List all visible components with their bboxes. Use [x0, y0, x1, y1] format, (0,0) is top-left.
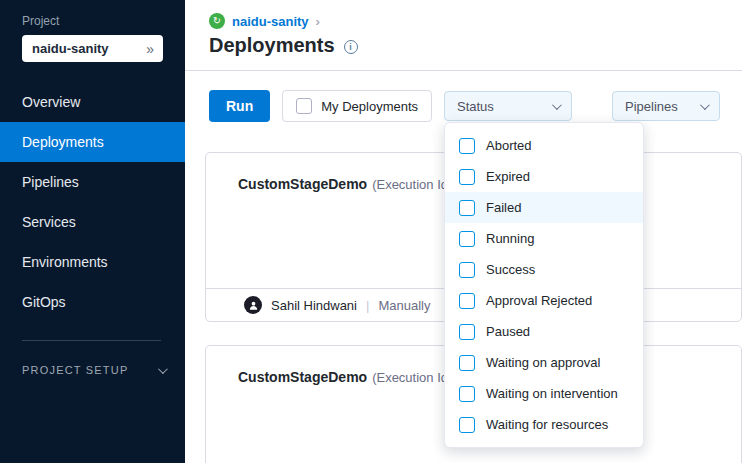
sidebar-item-label: GitOps [22, 294, 66, 310]
sidebar-item-label: Overview [22, 94, 80, 110]
checkbox[interactable] [459, 324, 475, 340]
checkbox[interactable] [459, 231, 475, 247]
checkbox[interactable] [459, 386, 475, 402]
sidebar-item-label: Environments [22, 254, 108, 270]
sidebar-divider [22, 340, 161, 341]
status-option-aborted[interactable]: Aborted [445, 130, 643, 161]
checkbox[interactable] [459, 293, 475, 309]
sidebar-item-gitops[interactable]: GitOps [0, 282, 185, 322]
checkbox[interactable] [459, 262, 475, 278]
checkbox[interactable] [459, 138, 475, 154]
run-button[interactable]: Run [209, 90, 270, 122]
my-deployments-label: My Deployments [321, 99, 418, 114]
trigger-type: Manually [378, 298, 430, 313]
breadcrumb-project-link[interactable]: naidu-sanity [232, 14, 309, 29]
status-option-waiting-for-resources[interactable]: Waiting for resources [445, 409, 643, 440]
status-option-label: Waiting on approval [486, 355, 600, 370]
breadcrumb-separator: › [316, 14, 320, 29]
sidebar-item-label: Deployments [22, 134, 104, 150]
chevron-down-icon [158, 364, 168, 374]
status-option-running[interactable]: Running [445, 223, 643, 254]
pipelines-filter-label: Pipelines [625, 99, 678, 114]
execution-id-text: (Execution Id [372, 177, 448, 192]
sidebar-nav: Overview Deployments Pipelines Services … [0, 82, 185, 322]
sidebar-item-label: Pipelines [22, 174, 79, 190]
my-deployments-toggle[interactable]: My Deployments [282, 90, 432, 122]
chevron-down-icon [552, 100, 562, 110]
status-dropdown-panel: Aborted Expired Failed Running Success A… [444, 122, 644, 448]
sidebar-item-services[interactable]: Services [0, 202, 185, 242]
sidebar-item-overview[interactable]: Overview [0, 82, 185, 122]
project-label: Project [0, 14, 185, 28]
status-option-paused[interactable]: Paused [445, 316, 643, 347]
project-setup-toggle[interactable]: PROJECT SETUP [0, 353, 185, 387]
status-option-waiting-on-approval[interactable]: Waiting on approval [445, 347, 643, 378]
page-title-row: Deployments i [185, 29, 742, 57]
pipelines-filter-dropdown[interactable]: Pipelines [612, 91, 720, 121]
status-option-waiting-on-intervention[interactable]: Waiting on intervention [445, 378, 643, 409]
cd-module-icon: ↻ [209, 13, 225, 29]
info-icon[interactable]: i [344, 40, 358, 54]
checkbox[interactable] [459, 417, 475, 433]
my-deployments-checkbox[interactable] [296, 98, 312, 114]
project-setup-label: PROJECT SETUP [22, 364, 128, 376]
status-option-label: Aborted [486, 138, 532, 153]
checkbox[interactable] [459, 169, 475, 185]
sidebar-item-deployments[interactable]: Deployments [0, 122, 185, 162]
status-option-label: Waiting for resources [486, 417, 608, 432]
status-option-label: Running [486, 231, 534, 246]
chevron-down-icon [700, 100, 710, 110]
project-name: naidu-sanity [32, 41, 109, 56]
sidebar-item-label: Services [22, 214, 76, 230]
footer-separator: | [366, 298, 369, 313]
breadcrumb: ↻ naidu-sanity › [185, 0, 742, 29]
status-option-label: Waiting on intervention [486, 386, 618, 401]
project-selector[interactable]: naidu-sanity » [22, 35, 163, 62]
sidebar-item-pipelines[interactable]: Pipelines [0, 162, 185, 202]
status-option-expired[interactable]: Expired [445, 161, 643, 192]
status-option-label: Failed [486, 200, 521, 215]
status-option-label: Success [486, 262, 535, 277]
triggered-by-user: Sahil Hindwani [271, 298, 357, 313]
user-avatar-icon [244, 296, 262, 314]
toolbar: Run My Deployments Status Pipelines [185, 71, 742, 122]
pipeline-name[interactable]: CustomStageDemo [238, 176, 367, 192]
double-chevron-icon[interactable]: » [146, 42, 154, 56]
status-option-label: Approval Rejected [486, 293, 592, 308]
sidebar-item-environments[interactable]: Environments [0, 242, 185, 282]
status-option-failed[interactable]: Failed [445, 192, 643, 223]
status-option-label: Expired [486, 169, 530, 184]
page-title: Deployments [209, 34, 335, 57]
status-option-success[interactable]: Success [445, 254, 643, 285]
status-option-approval-rejected[interactable]: Approval Rejected [445, 285, 643, 316]
sidebar: Project naidu-sanity » Overview Deployme… [0, 0, 185, 463]
status-filter-label: Status [457, 99, 494, 114]
execution-id-text: (Execution Id [372, 370, 448, 385]
status-filter-dropdown[interactable]: Status [444, 91, 572, 121]
checkbox[interactable] [459, 200, 475, 216]
main-content: ↻ naidu-sanity › Deployments i Run My De… [185, 0, 742, 463]
pipeline-name[interactable]: CustomStageDemo [238, 369, 367, 385]
checkbox[interactable] [459, 355, 475, 371]
status-option-label: Paused [486, 324, 530, 339]
